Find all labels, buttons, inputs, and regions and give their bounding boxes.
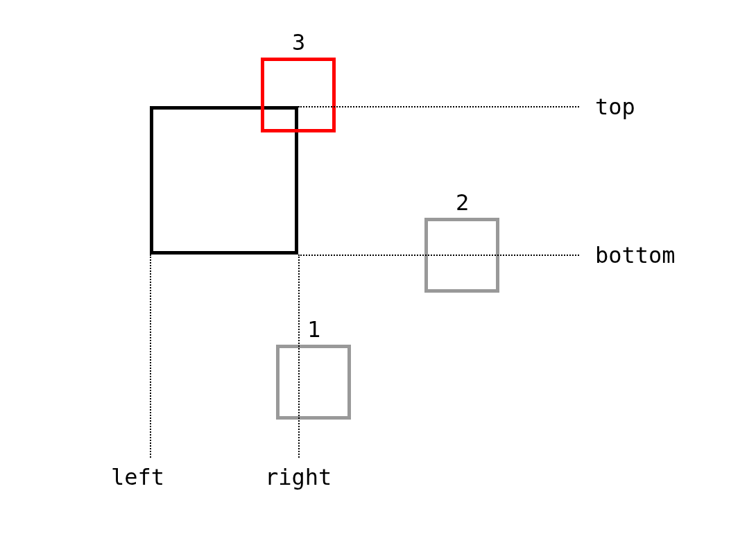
dotted-line-bottom [298, 255, 579, 256]
box-2-label: 2 [456, 191, 469, 214]
small-box-1 [276, 345, 351, 420]
small-box-3 [261, 58, 336, 132]
box-3-label: 3 [292, 31, 305, 53]
box-1-label: 1 [307, 318, 320, 341]
dotted-line-right [298, 255, 300, 458]
label-top: top [595, 96, 635, 118]
dotted-line-top [298, 106, 579, 107]
dotted-line-left [150, 255, 151, 458]
label-bottom: bottom [595, 244, 676, 266]
label-right: right [265, 466, 332, 488]
label-left: left [111, 466, 164, 488]
